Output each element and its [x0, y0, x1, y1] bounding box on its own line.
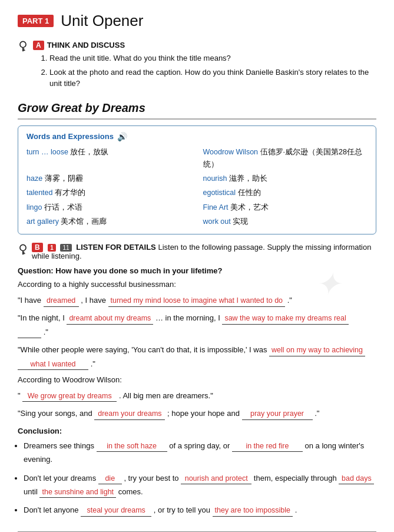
- b3-middle: , or try to tell you: [154, 505, 213, 514]
- speaker-icon[interactable]: 🔊: [117, 132, 127, 141]
- b2-after: them, especially through: [254, 474, 339, 483]
- fill-blank-impossible[interactable]: they are too impossible: [213, 505, 293, 517]
- section-a: ATHINK AND DISCUSS Read the unit title. …: [18, 41, 376, 92]
- word-entry-6: nourish 滋养，助长: [203, 173, 368, 185]
- svg-point-4: [20, 244, 26, 250]
- line2-before: "In the night, I: [18, 313, 67, 322]
- line1-before: "I have: [18, 296, 44, 305]
- word-entry-5: Woodrow Wilson 伍德罗·威尔逊（美国第28任总统）: [203, 146, 368, 171]
- word-entry-9: work out 实现: [203, 216, 368, 228]
- word-entry-0: turn … loose 放任，放纵: [27, 146, 191, 171]
- fill-blank-dreamt[interactable]: dreamt about my dreams: [67, 313, 153, 325]
- section-subtitle: Grow Great by Dreams: [18, 101, 376, 120]
- sing-line: "Sing your songs, and dream your dreams …: [18, 407, 376, 420]
- svg-rect-2: [22, 50, 25, 51]
- passage-line-3: "While other people were saying, 'You ca…: [18, 343, 376, 371]
- svg-rect-6: [22, 253, 25, 255]
- wilson-middle: . All big men are dreamers.": [119, 391, 213, 400]
- fill-blank-red-fire[interactable]: in the red fire: [232, 441, 303, 452]
- bullet-1: Dreamers see things in the soft haze of …: [24, 439, 376, 467]
- passage-question: Question: How have you done so much in y…: [18, 266, 376, 275]
- page-header: PART 1 Unit Opener: [18, 12, 376, 30]
- section-letter: A: [33, 41, 44, 50]
- word-entry-3: lingo 行话，术语: [27, 201, 191, 214]
- word-entry-8: Fine Art 美术，艺术: [203, 201, 368, 214]
- b1-before: Dreamers see things: [24, 441, 97, 450]
- fill-blank-sunshine[interactable]: the sunshine and light: [39, 487, 116, 498]
- passage-line-2: "In the night, I dreamt about my dreams …: [18, 311, 376, 339]
- fill-blank-bad-days[interactable]: bad days: [339, 474, 374, 485]
- listen-badge: 1: [48, 244, 56, 252]
- key-icon: [18, 41, 28, 54]
- line3-after: .": [91, 359, 95, 368]
- fill-blank-nourish[interactable]: nourish and protect: [181, 474, 251, 485]
- track-badge: 11: [60, 244, 71, 252]
- fill-blank-what-wanted[interactable]: what I wanted: [18, 359, 88, 371]
- section-a-title: THINK AND DISCUSS: [47, 41, 125, 49]
- word-entry-2: talented 有才华的: [27, 187, 191, 199]
- fill-blank-saw[interactable]: saw the way to make my dreams real: [222, 313, 348, 325]
- b2-comes: comes.: [118, 487, 143, 496]
- b2-before: Don't let your dreams: [24, 474, 98, 483]
- fill-blank-steal[interactable]: steal your dreams: [81, 505, 151, 517]
- think-discuss-questions: Read the unit title. What do you think t…: [49, 52, 376, 90]
- listen-title: LISTEN FOR DETAILS: [76, 243, 156, 252]
- b3-before: Don't let anyone: [24, 505, 81, 514]
- b2-middle: , try your best to: [124, 474, 181, 483]
- svg-rect-7: [22, 252, 25, 253]
- sing-after: .": [314, 409, 319, 418]
- bullet-3: Don't let anyone steal your dreams , or …: [24, 503, 376, 517]
- word-entry-1: haze 薄雾，阴霾: [27, 173, 191, 185]
- line1-middle: , I have: [81, 296, 108, 305]
- fill-blank-well[interactable]: well on my way to achieving: [269, 345, 365, 356]
- sing-before: "Sing your songs, and: [18, 409, 94, 418]
- page-title: Unit Opener: [61, 12, 143, 30]
- fill-blank-pray[interactable]: pray your prayer: [242, 409, 313, 420]
- line2-after: .": [44, 328, 48, 336]
- bullet-2: Don't let your dreams die , try your bes…: [24, 471, 376, 499]
- part-badge: PART 1: [18, 15, 54, 27]
- fill-blank-grow-great[interactable]: We grow great by dreams: [22, 391, 117, 402]
- section-a-label: ATHINK AND DISCUSS: [33, 41, 376, 49]
- passage-intro: According to a highly successful busines…: [18, 280, 376, 289]
- question-1: Read the unit title. What do you think t…: [49, 52, 376, 64]
- words-grid: turn … loose 放任，放纵 Woodrow Wilson 伍德罗·威尔…: [27, 146, 367, 229]
- fill-blank-die[interactable]: die: [98, 474, 122, 485]
- fill-blank-turned[interactable]: turned my mind loose to imagine what I w…: [108, 296, 286, 307]
- word-entry-4: art gallery 美术馆，画廊: [27, 216, 191, 228]
- b2-until: until: [24, 487, 39, 496]
- conclusion-list: Dreamers see things in the soft haze of …: [24, 439, 376, 517]
- b1-middle: of a spring day, or: [169, 441, 232, 450]
- passage-line-1: "I have dreamed , I have turned my mind …: [18, 293, 376, 307]
- svg-point-0: [20, 41, 26, 47]
- b3-after: .: [295, 505, 297, 514]
- section-b-letter: B: [32, 243, 43, 252]
- fill-blank-dreamed[interactable]: dreamed: [44, 296, 79, 307]
- line3-before: "While other people were saying, 'You ca…: [18, 345, 269, 354]
- question-2: Look at the photo and read the caption. …: [49, 67, 376, 90]
- fill-blank-soft-haze[interactable]: in the soft haze: [97, 441, 167, 452]
- words-expressions-box: Words and Expressions 🔊 turn … loose 放任，…: [18, 125, 376, 235]
- wilson-line: " We grow great by dreams . All big men …: [18, 389, 376, 402]
- conclusion-title: Conclusion:: [18, 427, 376, 435]
- svg-rect-3: [22, 48, 25, 49]
- fill-blank-empty: [18, 328, 41, 339]
- wilson-open: ": [18, 391, 21, 400]
- words-box-title: Words and Expressions 🔊: [27, 132, 367, 141]
- passage-area: ✦ Question: How have you done so much in…: [18, 266, 376, 517]
- word-entry-7: egotistical 任性的: [203, 187, 368, 199]
- wilson-intro: According to Woodrow Wilson:: [18, 375, 376, 384]
- line2-middle: … in the morning, I: [155, 313, 222, 322]
- key-icon-b: [18, 244, 28, 257]
- fill-blank-dream[interactable]: dream your dreams: [94, 409, 165, 420]
- sing-middle: ; hope your hope and: [167, 409, 242, 418]
- line1-after: .": [287, 296, 292, 305]
- section-b: B 1 11 LISTEN FOR DETAILS Listen to the …: [18, 243, 376, 260]
